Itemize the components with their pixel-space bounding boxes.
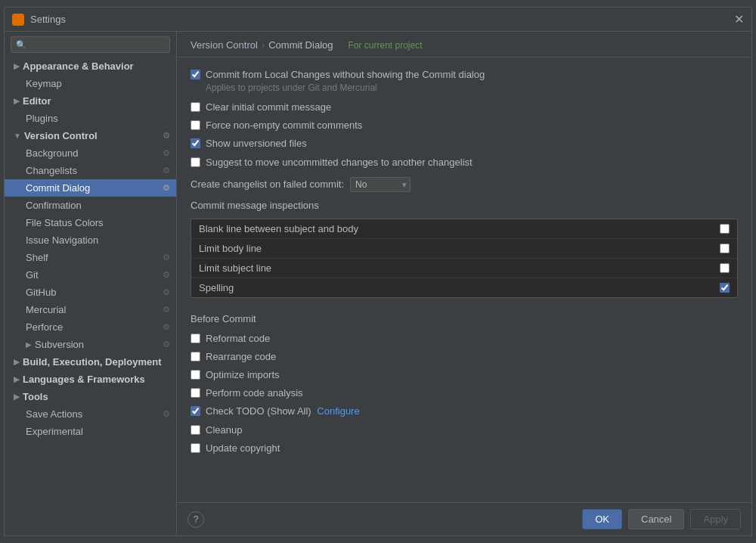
show-unversioned-checkbox[interactable] bbox=[191, 138, 200, 148]
sidebar-item-label: Shelf bbox=[26, 252, 48, 263]
window-title: Settings bbox=[30, 14, 734, 25]
configure-link[interactable]: Configure bbox=[317, 405, 359, 417]
suggest-move-label: Suggest to move uncommitted changes to a… bbox=[206, 156, 472, 169]
settings-icon: ⚙ bbox=[163, 322, 170, 332]
sidebar: 🔍 ▶ Appearance & Behavior Keymap ▶ Edito… bbox=[5, 32, 177, 535]
sidebar-item-confirmation[interactable]: Confirmation bbox=[5, 197, 176, 214]
settings-icon: ⚙ bbox=[163, 270, 170, 280]
sidebar-item-tools[interactable]: ▶ Tools bbox=[5, 388, 176, 405]
sidebar-item-languages[interactable]: ▶ Languages & Frameworks bbox=[5, 371, 176, 388]
settings-icon: ⚙ bbox=[163, 166, 170, 175]
bottom-bar: ? OK Cancel Apply bbox=[177, 502, 751, 535]
inspection-checkbox-1[interactable] bbox=[720, 244, 730, 253]
sidebar-item-label: Confirmation bbox=[26, 200, 82, 211]
search-input[interactable] bbox=[29, 39, 165, 50]
inspections-section: Commit message inspections Blank line be… bbox=[191, 200, 738, 298]
breadcrumb-parent: Version Control bbox=[191, 39, 258, 51]
sidebar-item-mercurial[interactable]: Mercurial ⚙ bbox=[5, 301, 176, 318]
inspection-checkbox-0[interactable] bbox=[720, 224, 730, 234]
panel-header: Version Control › Commit Dialog For curr… bbox=[177, 32, 751, 57]
sidebar-item-plugins[interactable]: Plugins bbox=[5, 110, 176, 127]
ok-button[interactable]: OK bbox=[582, 509, 622, 529]
clear-initial-checkbox[interactable] bbox=[191, 102, 200, 112]
sidebar-item-background[interactable]: Background ⚙ bbox=[5, 144, 176, 162]
settings-icon: ⚙ bbox=[163, 305, 170, 315]
sidebar-item-label: Git bbox=[26, 269, 39, 281]
check-todo-checkbox[interactable] bbox=[191, 406, 200, 416]
sidebar-item-label: Plugins bbox=[26, 113, 58, 124]
breadcrumb-separator: › bbox=[262, 39, 265, 51]
sidebar-item-issue-navigation[interactable]: Issue Navigation bbox=[5, 231, 176, 249]
settings-window: Settings ✕ 🔍 ▶ Appearance & Behavior Key… bbox=[4, 7, 752, 536]
suggest-move-checkbox[interactable] bbox=[191, 157, 200, 167]
sidebar-item-save-actions[interactable]: Save Actions ⚙ bbox=[5, 405, 176, 423]
settings-icon: ⚙ bbox=[163, 340, 170, 349]
check-todo-label: Check TODO (Show All) Configure bbox=[206, 405, 360, 418]
cancel-button[interactable]: Cancel bbox=[628, 509, 684, 529]
sidebar-item-editor[interactable]: ▶ Editor bbox=[5, 92, 176, 110]
sidebar-item-label: Issue Navigation bbox=[26, 234, 98, 246]
rearrange-label: Rearrange code bbox=[206, 350, 276, 364]
sidebar-item-label: Version Control bbox=[24, 130, 98, 141]
sidebar-item-build-execution[interactable]: ▶ Build, Execution, Deployment bbox=[5, 353, 176, 371]
optimize-imports-checkbox[interactable] bbox=[191, 370, 200, 380]
sidebar-item-experimental[interactable]: Experimental bbox=[5, 423, 176, 440]
search-box[interactable]: 🔍 bbox=[11, 36, 170, 53]
suggest-move-row: Suggest to move uncommitted changes to a… bbox=[191, 156, 738, 169]
sidebar-item-shelf[interactable]: Shelf ⚙ bbox=[5, 249, 176, 266]
sidebar-item-label: Save Actions bbox=[26, 408, 82, 420]
update-copyright-checkbox[interactable] bbox=[191, 443, 200, 453]
sidebar-item-appearance[interactable]: ▶ Appearance & Behavior bbox=[5, 57, 176, 75]
reformat-label: Reformat code bbox=[206, 332, 270, 346]
commit-from-local-row: Commit from Local Changes without showin… bbox=[191, 68, 738, 95]
sidebar-item-label: Languages & Frameworks bbox=[23, 374, 145, 385]
help-button[interactable]: ? bbox=[187, 511, 204, 528]
update-copyright-row: Update copyright bbox=[191, 442, 738, 455]
inspection-checkbox-3[interactable] bbox=[720, 283, 730, 293]
sidebar-item-changelists[interactable]: Changelists ⚙ bbox=[5, 162, 176, 179]
sidebar-item-label: Perforce bbox=[26, 321, 63, 333]
changelist-select[interactable]: No Yes Ask bbox=[350, 177, 411, 192]
apply-button[interactable]: Apply bbox=[690, 509, 741, 529]
rearrange-checkbox[interactable] bbox=[191, 352, 200, 361]
settings-icon: ⚙ bbox=[163, 183, 170, 193]
settings-icon: ⚙ bbox=[163, 131, 170, 141]
inspection-label: Limit subject line bbox=[199, 262, 271, 274]
bottom-right: OK Cancel Apply bbox=[582, 509, 741, 529]
inspection-label: Blank line between subject and body bbox=[199, 223, 358, 234]
sidebar-item-label: Editor bbox=[23, 95, 51, 107]
inspection-checkbox-2[interactable] bbox=[720, 263, 730, 273]
changelist-label: Create changelist on failed commit: bbox=[191, 178, 344, 190]
inspections-title: Commit message inspections bbox=[191, 200, 738, 211]
show-unversioned-label: Show unversioned files bbox=[206, 137, 307, 150]
sidebar-item-keymap[interactable]: Keymap bbox=[5, 75, 176, 92]
clear-initial-row: Clear initial commit message bbox=[191, 101, 738, 114]
settings-icon: ⚙ bbox=[163, 409, 170, 419]
settings-icon: ⚙ bbox=[163, 253, 170, 262]
arrow-icon: ▶ bbox=[26, 340, 32, 349]
breadcrumb-current: Commit Dialog bbox=[268, 39, 333, 51]
reformat-checkbox[interactable] bbox=[191, 334, 200, 343]
changelist-row: Create changelist on failed commit: No Y… bbox=[191, 177, 738, 192]
inspections-table: Blank line between subject and body Limi… bbox=[191, 219, 738, 298]
commit-from-local-checkbox[interactable] bbox=[191, 70, 200, 79]
sidebar-item-file-status-colors[interactable]: File Status Colors bbox=[5, 214, 176, 231]
perform-analysis-checkbox[interactable] bbox=[191, 388, 200, 398]
sidebar-item-version-control[interactable]: ▼ Version Control ⚙ bbox=[5, 127, 176, 144]
sidebar-item-label: Appearance & Behavior bbox=[23, 61, 134, 72]
inspection-row: Limit body line bbox=[191, 239, 737, 259]
inspection-label: Limit body line bbox=[199, 243, 262, 254]
sidebar-item-git[interactable]: Git ⚙ bbox=[5, 266, 176, 284]
sidebar-item-github[interactable]: GitHub ⚙ bbox=[5, 284, 176, 301]
commit-from-local-sub: Applies to projects under Git and Mercur… bbox=[206, 82, 485, 95]
arrow-icon: ▼ bbox=[14, 132, 21, 140]
cleanup-checkbox[interactable] bbox=[191, 425, 200, 435]
sidebar-item-commit-dialog[interactable]: Commit Dialog ⚙ bbox=[5, 179, 176, 197]
show-unversioned-row: Show unversioned files bbox=[191, 137, 738, 150]
close-button[interactable]: ✕ bbox=[734, 12, 744, 26]
sidebar-item-perforce[interactable]: Perforce ⚙ bbox=[5, 318, 176, 336]
sidebar-item-label: GitHub bbox=[26, 287, 56, 298]
for-project-label: For current project bbox=[348, 40, 422, 51]
force-nonempty-checkbox[interactable] bbox=[191, 120, 200, 130]
sidebar-item-subversion[interactable]: ▶ Subversion ⚙ bbox=[5, 336, 176, 353]
